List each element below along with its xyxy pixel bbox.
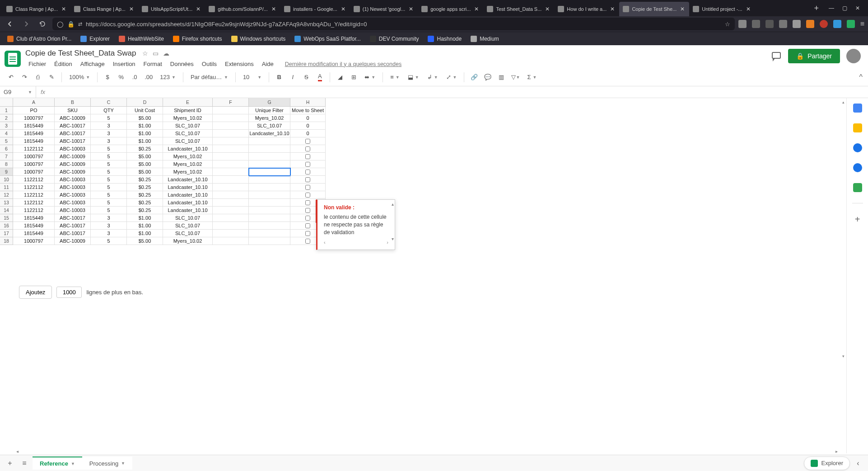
extension-icon[interactable]: [833, 20, 841, 28]
cell[interactable]: ABC-10017: [55, 130, 91, 137]
calendar-icon[interactable]: [853, 104, 862, 113]
cell[interactable]: ABC-10003: [55, 191, 91, 199]
cell[interactable]: ABC-10003: [55, 184, 91, 191]
cell[interactable]: 5: [91, 237, 127, 245]
cell[interactable]: SLC_10.07: [163, 214, 213, 222]
borders-button[interactable]: ⊞: [348, 71, 359, 84]
cell[interactable]: Myers_10.02: [163, 168, 213, 176]
cell[interactable]: [249, 184, 290, 191]
keep-icon[interactable]: [853, 123, 862, 132]
cell[interactable]: $0.25: [127, 184, 163, 191]
cell[interactable]: 5: [91, 160, 127, 168]
row-header[interactable]: 2: [0, 114, 13, 122]
cell[interactable]: [213, 230, 249, 237]
cell[interactable]: 3: [91, 214, 127, 222]
cell[interactable]: [213, 214, 249, 222]
extension-icon[interactable]: [738, 20, 747, 28]
column-header[interactable]: F: [213, 98, 249, 107]
row-header[interactable]: 13: [0, 199, 13, 207]
cell[interactable]: $0.25: [127, 176, 163, 184]
share-button[interactable]: 🔒 Partager: [788, 49, 840, 63]
cell[interactable]: [213, 184, 249, 191]
browser-tab[interactable]: Copie de Test She...✕: [619, 2, 689, 16]
cell[interactable]: [249, 160, 290, 168]
row-header[interactable]: 6: [0, 145, 13, 153]
new-tab-button[interactable]: +: [809, 4, 823, 13]
checkbox[interactable]: [305, 146, 310, 151]
merge-cells-button[interactable]: ⬌▼: [362, 71, 378, 83]
maps-icon[interactable]: [853, 183, 862, 192]
menu-icon[interactable]: ≡: [860, 20, 864, 28]
cell[interactable]: 1815449: [13, 122, 55, 130]
sheets-logo[interactable]: [5, 51, 21, 67]
zoom-select[interactable]: 100%▼: [66, 71, 93, 83]
all-sheets-button[interactable]: ≡: [18, 457, 31, 470]
forward-button[interactable]: [20, 18, 33, 30]
cloud-status-icon[interactable]: ☁: [163, 50, 169, 57]
header-cell[interactable]: QTY: [91, 107, 127, 114]
star-icon[interactable]: ☆: [142, 50, 148, 57]
column-header[interactable]: D: [127, 98, 163, 107]
cell[interactable]: Landcaster_10.10: [163, 176, 213, 184]
vertical-align-button[interactable]: ⬓▼: [405, 71, 422, 83]
bookmark-item[interactable]: DEV Community: [366, 34, 423, 43]
menu-fichier[interactable]: Fichier: [25, 60, 49, 68]
cell[interactable]: SLC_10.07: [163, 137, 213, 145]
cell[interactable]: Myers_10.02: [163, 114, 213, 122]
increase-decimal-button[interactable]: .00: [143, 71, 154, 84]
header-cell[interactable]: Unique Filter: [249, 107, 290, 114]
cell[interactable]: [213, 114, 249, 122]
grid-scroll-down-icon[interactable]: ▾: [840, 353, 846, 359]
column-header[interactable]: E: [163, 98, 213, 107]
print-button[interactable]: ⎙: [33, 71, 43, 84]
row-header[interactable]: 16: [0, 222, 13, 230]
cell[interactable]: [213, 199, 249, 207]
document-title[interactable]: Copie de Test Sheet_Data Swap: [25, 49, 136, 58]
cell[interactable]: 5: [91, 114, 127, 122]
add-sheet-button[interactable]: +: [4, 457, 16, 470]
reload-button[interactable]: [36, 18, 49, 30]
cell[interactable]: ABC-10017: [55, 122, 91, 130]
cell[interactable]: $5.00: [127, 168, 163, 176]
cell[interactable]: $5.00: [127, 160, 163, 168]
cell[interactable]: 3: [91, 122, 127, 130]
cell[interactable]: Myers_10.02: [163, 160, 213, 168]
extension-icon[interactable]: [779, 20, 787, 28]
header-cell[interactable]: Unit Cost: [127, 107, 163, 114]
text-rotation-button[interactable]: ⤢▼: [443, 71, 460, 83]
bookmark-star-icon[interactable]: ☆: [725, 21, 730, 28]
cell[interactable]: 5: [91, 145, 127, 153]
extension-icon[interactable]: [752, 20, 760, 28]
checkbox[interactable]: [305, 216, 310, 221]
strikethrough-button[interactable]: S: [301, 71, 312, 84]
cell[interactable]: SLC_10.07: [163, 130, 213, 137]
currency-button[interactable]: $: [102, 71, 113, 84]
bookmark-item[interactable]: HealthWebSite: [115, 34, 168, 43]
cell[interactable]: 1815449: [13, 214, 55, 222]
font-size-select[interactable]: 10▼: [240, 71, 264, 83]
cell[interactable]: ABC-10017: [55, 214, 91, 222]
cell[interactable]: [249, 237, 290, 245]
browser-tab[interactable]: Untitled project -...✕: [689, 2, 755, 16]
grid-scroll-up-icon[interactable]: ▴: [840, 99, 846, 105]
cell[interactable]: [249, 199, 290, 207]
cell[interactable]: SLC_10.07: [249, 122, 290, 130]
close-icon[interactable]: ✕: [544, 6, 551, 12]
cell[interactable]: SLC_10.07: [163, 122, 213, 130]
cell[interactable]: Landcaster_10.10: [249, 130, 290, 137]
grid-scroll-right-icon[interactable]: ▸: [833, 447, 840, 455]
account-avatar[interactable]: [846, 49, 861, 63]
cell[interactable]: ABC-10017: [55, 137, 91, 145]
cell[interactable]: $0.25: [127, 191, 163, 199]
cell[interactable]: [249, 230, 290, 237]
cell[interactable]: Myers_10.02: [163, 237, 213, 245]
cell[interactable]: 1122112: [13, 145, 55, 153]
prev-error-icon[interactable]: ‹: [324, 240, 326, 245]
row-header[interactable]: 18: [0, 237, 13, 245]
menu-outils[interactable]: Outils: [199, 60, 220, 68]
more-formats-button[interactable]: 123▼: [157, 71, 178, 83]
close-icon[interactable]: ✕: [609, 6, 616, 12]
cell[interactable]: 1000797: [13, 168, 55, 176]
cell[interactable]: [213, 176, 249, 184]
cell[interactable]: 5: [91, 168, 127, 176]
